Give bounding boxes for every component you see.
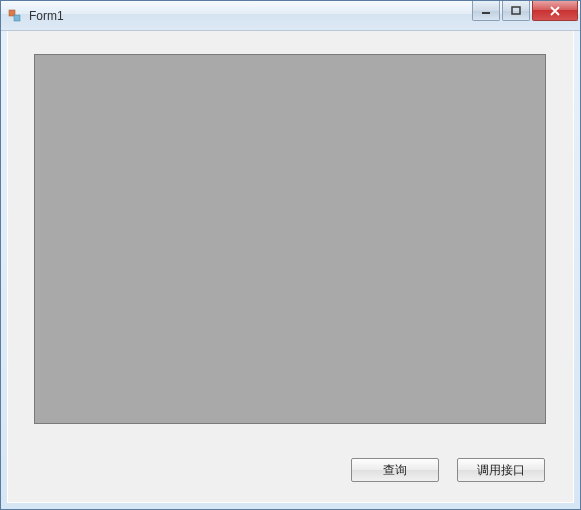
minimize-icon: [481, 6, 491, 16]
content-panel: [34, 54, 546, 424]
window-controls: [470, 1, 578, 21]
app-icon: [7, 8, 23, 24]
window-title: Form1: [29, 9, 470, 23]
minimize-button[interactable]: [472, 1, 500, 21]
client-area: 查询 调用接口: [7, 31, 574, 503]
maximize-icon: [511, 6, 521, 16]
titlebar[interactable]: Form1: [1, 1, 580, 31]
button-row: 查询 调用接口: [351, 458, 545, 482]
invoke-api-button[interactable]: 调用接口: [457, 458, 545, 482]
close-button[interactable]: [532, 1, 578, 21]
query-button[interactable]: 查询: [351, 458, 439, 482]
svg-rect-1: [14, 15, 20, 21]
maximize-button[interactable]: [502, 1, 530, 21]
app-window: Form1 查询 调用接口: [0, 0, 581, 510]
svg-rect-3: [512, 7, 520, 14]
svg-rect-2: [482, 12, 490, 14]
close-icon: [549, 6, 561, 16]
